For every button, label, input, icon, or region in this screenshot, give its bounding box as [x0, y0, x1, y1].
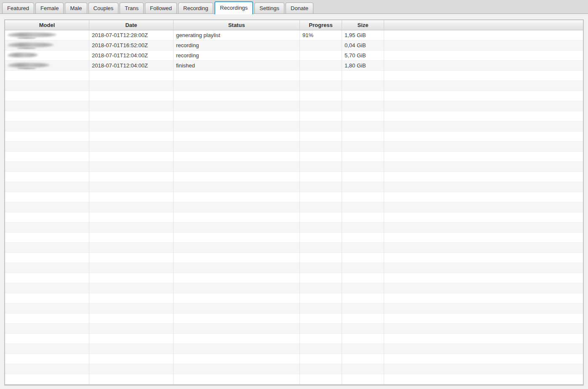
column-header-date[interactable]: Date	[89, 20, 174, 30]
cell-empty	[89, 384, 174, 386]
cell-empty	[5, 223, 89, 233]
cell-empty	[300, 293, 342, 303]
cell-empty	[174, 243, 300, 253]
cell-empty	[384, 384, 583, 386]
cell-date: 2018-07-01T16:52:00Z	[89, 40, 174, 51]
cell-empty	[384, 223, 583, 233]
column-header-model[interactable]: Model	[5, 20, 89, 30]
cell-empty	[174, 273, 300, 283]
cell-empty	[5, 162, 89, 172]
cell-empty	[5, 152, 89, 162]
cell-empty	[300, 324, 342, 334]
cell-filler	[384, 51, 583, 61]
cell-progress	[300, 51, 342, 61]
cell-empty	[300, 303, 342, 314]
cell-empty	[5, 314, 89, 324]
tab-trans[interactable]: Trans	[120, 3, 144, 13]
tab-recordings[interactable]: Recordings	[214, 1, 253, 14]
cell-empty	[342, 364, 384, 374]
cell-empty	[5, 253, 89, 263]
cell-empty	[174, 263, 300, 273]
cell-empty	[89, 101, 174, 111]
table-row-empty	[5, 334, 583, 344]
cell-empty	[384, 101, 583, 111]
table-row[interactable]: 2018-07-01T12:04:00Zfinished1,80 GiB	[5, 61, 583, 71]
table-row-empty	[5, 131, 583, 142]
cell-empty	[89, 71, 174, 81]
cell-empty	[300, 71, 342, 81]
cell-empty	[89, 172, 174, 182]
cell-empty	[89, 364, 174, 374]
cell-empty	[384, 162, 583, 172]
table-row[interactable]: 2018-07-01T12:28:00Zgenerating playlist9…	[5, 30, 583, 40]
cell-size: 5,70 GiB	[342, 51, 384, 61]
table-row-empty	[5, 374, 583, 384]
cell-empty	[384, 121, 583, 131]
table-body[interactable]: 2018-07-01T12:28:00Zgenerating playlist9…	[5, 30, 583, 386]
cell-model	[5, 51, 89, 61]
tab-male[interactable]: Male	[65, 3, 87, 13]
column-header-size[interactable]: Size	[342, 20, 384, 30]
cell-empty	[342, 182, 384, 192]
cell-empty	[89, 162, 174, 172]
table-row-empty	[5, 111, 583, 121]
column-header-progress[interactable]: Progress	[300, 20, 342, 30]
cell-empty	[300, 121, 342, 131]
cell-model	[5, 61, 89, 71]
table-row-empty	[5, 202, 583, 212]
cell-empty	[174, 152, 300, 162]
cell-empty	[174, 253, 300, 263]
table-row-empty	[5, 263, 583, 273]
cell-empty	[174, 293, 300, 303]
cell-empty	[174, 354, 300, 364]
tab-featured[interactable]: Featured	[2, 3, 34, 13]
cell-empty	[300, 253, 342, 263]
table-row-empty	[5, 364, 583, 374]
cell-empty	[174, 172, 300, 182]
cell-empty	[174, 314, 300, 324]
cell-empty	[300, 182, 342, 192]
cell-empty	[5, 283, 89, 293]
tab-couples[interactable]: Couples	[88, 3, 119, 13]
table-row[interactable]: 2018-07-01T12:04:00Zrecording5,70 GiB	[5, 51, 583, 61]
table-row-empty	[5, 293, 583, 303]
cell-empty	[384, 142, 583, 152]
cell-empty	[5, 374, 89, 384]
cell-empty	[300, 334, 342, 344]
cell-empty	[342, 192, 384, 202]
cell-empty	[300, 202, 342, 212]
table-row-empty	[5, 81, 583, 91]
column-header-status[interactable]: Status	[174, 20, 300, 30]
tab-female[interactable]: Female	[35, 3, 64, 13]
cell-empty	[89, 314, 174, 324]
cell-empty	[300, 273, 342, 283]
cell-empty	[384, 283, 583, 293]
cell-empty	[342, 142, 384, 152]
cell-empty	[89, 293, 174, 303]
tab-recording[interactable]: Recording	[178, 3, 213, 13]
cell-size: 1,95 GiB	[342, 30, 384, 40]
cell-empty	[300, 344, 342, 354]
tab-settings[interactable]: Settings	[254, 3, 284, 13]
table-row-empty	[5, 182, 583, 192]
tab-donate[interactable]: Donate	[286, 3, 313, 13]
cell-empty	[384, 182, 583, 192]
cell-empty	[174, 324, 300, 334]
cell-empty	[384, 364, 583, 374]
table-row-empty	[5, 192, 583, 202]
cell-empty	[342, 354, 384, 364]
cell-empty	[342, 101, 384, 111]
cell-empty	[5, 172, 89, 182]
cell-status: recording	[174, 40, 300, 51]
cell-empty	[300, 162, 342, 172]
cell-empty	[384, 131, 583, 142]
cell-empty	[342, 314, 384, 324]
cell-empty	[384, 253, 583, 263]
tab-followed[interactable]: Followed	[145, 3, 177, 13]
cell-empty	[342, 344, 384, 354]
redacted-model-smudge	[17, 68, 36, 69]
cell-empty	[89, 91, 174, 101]
cell-filler	[384, 30, 583, 40]
cell-empty	[5, 142, 89, 152]
table-row[interactable]: 2018-07-01T16:52:00Zrecording0,04 GiB	[5, 40, 583, 51]
